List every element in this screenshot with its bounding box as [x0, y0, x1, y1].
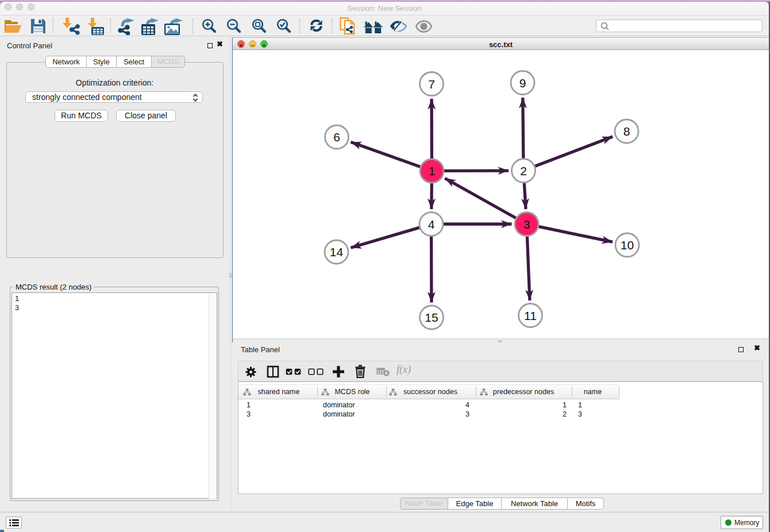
svg-text:11: 11	[524, 309, 537, 322]
svg-text:15: 15	[425, 311, 438, 324]
svg-text:1: 1	[429, 164, 436, 178]
svg-text:3: 3	[523, 218, 530, 231]
svg-text:9: 9	[519, 76, 526, 90]
svg-text:14: 14	[330, 245, 344, 259]
svg-text:8: 8	[623, 125, 630, 138]
svg-text:6: 6	[333, 130, 340, 144]
svg-text:4: 4	[428, 218, 435, 231]
svg-text:7: 7	[428, 78, 435, 91]
svg-text:2: 2	[520, 164, 527, 178]
svg-text:10: 10	[621, 238, 634, 252]
